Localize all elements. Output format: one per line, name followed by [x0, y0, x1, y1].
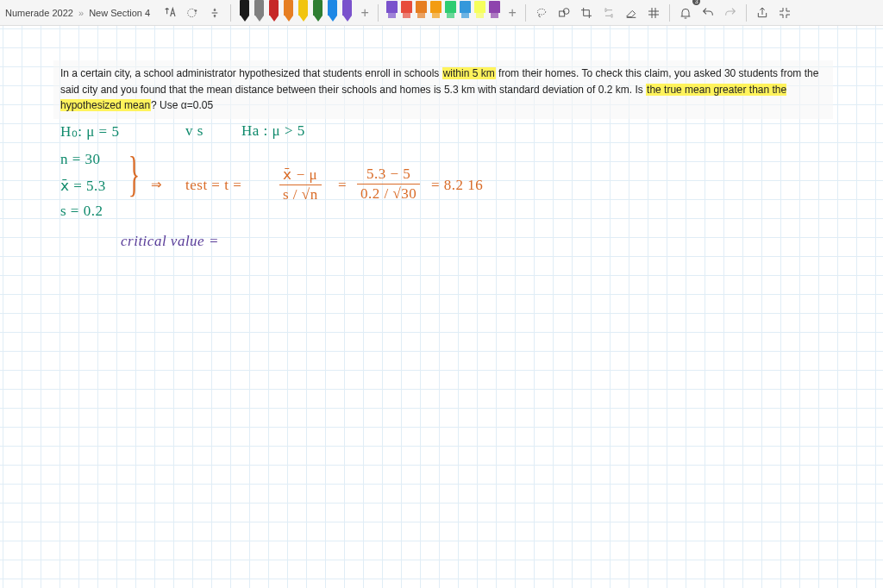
highlighter-color-0[interactable] [385, 1, 399, 23]
divider [230, 4, 231, 22]
problem-post: ? Use α=0.05 [151, 99, 213, 111]
divider [525, 4, 526, 22]
brace-icon: } [128, 147, 140, 202]
add-shape-icon[interactable] [183, 3, 202, 22]
convert-icon[interactable] [599, 3, 618, 22]
frac2: 5.3 − 50.2 / √30 [352, 166, 425, 203]
breadcrumb-section[interactable]: New Section 4 [89, 8, 150, 18]
highlighter-color-3[interactable] [429, 1, 443, 23]
canvas[interactable]: In a certain city, a school administrato… [0, 26, 883, 588]
frac1-num: x̄ − μ [279, 166, 322, 185]
svg-point-1 [537, 9, 545, 15]
test-label: test = t = [185, 177, 241, 194]
result: = 8.2 16 [431, 177, 483, 194]
frac1-den: s / √n [279, 185, 322, 203]
undo-icon[interactable] [698, 3, 717, 22]
problem-pre: In a certain city, a school administrato… [60, 67, 442, 79]
highlighter-color-6[interactable] [473, 1, 487, 23]
breadcrumb: Numerade 2022 » New Section 4 [5, 8, 150, 18]
crop-icon[interactable] [577, 3, 596, 22]
pen-palette: ⌄ [237, 2, 354, 24]
problem-text: In a certain city, a school administrato… [53, 60, 833, 119]
n-text: n = 30 [60, 151, 101, 168]
toolbar: Numerade 2022 » New Section 4 ⌄ + + 3 [0, 0, 883, 26]
ha-text: Ha : μ > 5 [241, 122, 305, 140]
xbar-text: x̄ = 5.3 [60, 177, 106, 195]
frac2-num: 5.3 − 5 [357, 166, 420, 185]
add-highlighter-button[interactable]: + [505, 3, 519, 22]
pen-color-0[interactable] [237, 0, 252, 24]
highlighter-color-1[interactable] [399, 1, 414, 23]
h0-text: H₀: μ = 5 [60, 122, 119, 141]
eq1: = [338, 177, 347, 194]
frac2-den: 0.2 / √30 [357, 185, 420, 203]
divider [746, 4, 747, 22]
pen-color-7[interactable]: ⌄ [340, 0, 354, 24]
pen-color-1[interactable] [252, 0, 266, 24]
math-fraction-icon[interactable] [205, 3, 224, 22]
collapse-icon[interactable] [775, 3, 794, 22]
eraser-icon[interactable] [622, 3, 641, 22]
pen-color-6[interactable] [325, 0, 340, 24]
redo-icon[interactable] [721, 3, 740, 22]
pen-color-4[interactable] [296, 0, 310, 24]
highlighter-color-4[interactable] [443, 1, 458, 23]
breadcrumb-app[interactable]: Numerade 2022 [5, 8, 73, 18]
text-tool-icon[interactable] [160, 3, 179, 22]
arrow-text: ⇒ [151, 177, 163, 192]
share-icon[interactable] [753, 3, 772, 22]
s-text: s = 0.2 [60, 203, 103, 220]
problem-hl1: within 5 km [442, 67, 496, 79]
notifications-icon[interactable]: 3 [676, 3, 695, 22]
shapes-icon[interactable] [554, 3, 573, 22]
highlighter-palette [385, 3, 502, 23]
vs-text: v s [185, 122, 204, 140]
highlighter-color-7[interactable] [487, 1, 502, 23]
critical-value: critical value = [121, 233, 219, 250]
svg-point-0 [188, 9, 196, 16]
frac1: x̄ − μs / √n [274, 166, 327, 203]
divider [669, 4, 670, 22]
highlighter-color-2[interactable] [414, 1, 429, 23]
pen-color-3[interactable] [281, 0, 296, 24]
pen-color-2[interactable] [266, 0, 281, 24]
divider [378, 4, 379, 22]
grid-options-icon[interactable] [644, 3, 663, 22]
lasso-icon[interactable] [532, 3, 551, 22]
breadcrumb-sep: » [78, 8, 84, 18]
pen-color-5[interactable] [310, 0, 325, 24]
highlighter-color-5[interactable] [458, 1, 473, 23]
add-pen-button[interactable]: + [358, 3, 372, 22]
